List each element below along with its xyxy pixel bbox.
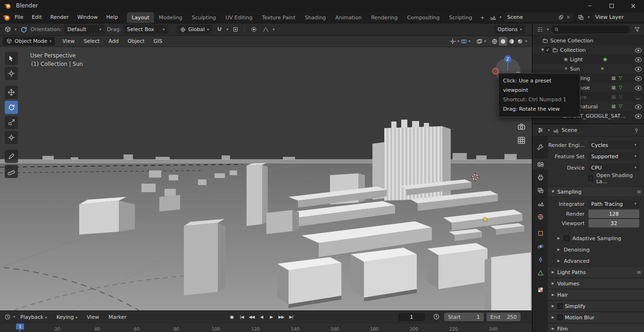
tab-scene-properties[interactable] (533, 198, 548, 209)
menu-help[interactable]: Help (102, 14, 122, 20)
simplify-checkbox[interactable] (557, 303, 563, 309)
shading-wireframe-button[interactable] (490, 37, 499, 46)
tab-texture-paint[interactable]: Texture Paint (257, 12, 300, 23)
timeline-view-menu[interactable]: View (83, 314, 103, 320)
previous-keyframe-button[interactable]: ◀◀ (247, 313, 256, 322)
jump-to-start-button[interactable]: |◀ (237, 313, 246, 322)
snap-magnet-icon[interactable] (215, 25, 224, 34)
collection-checkbox[interactable]: ✓ (545, 47, 551, 53)
tab-sculpting[interactable]: Sculpting (187, 12, 221, 23)
tab-scripting[interactable]: Scripting (444, 12, 477, 23)
shading-material-button[interactable] (507, 37, 516, 46)
falloff-dropdown-arrow[interactable]: ▾ (272, 28, 274, 32)
drag-dropdown[interactable]: Select Box ▾ (124, 25, 168, 34)
timeline-editor-type-icon[interactable] (3, 312, 12, 322)
tab-world-properties[interactable] (533, 211, 548, 222)
orientation-dropdown[interactable]: Default ▾ (64, 25, 105, 34)
render-engine-dropdown[interactable]: Cycles ▾ (588, 141, 639, 149)
proportional-falloff-icon[interactable] (261, 25, 270, 34)
vp-menu-select[interactable]: Select (79, 38, 104, 44)
show-overlays-icon[interactable] (459, 37, 469, 46)
tool-scale[interactable] (5, 116, 18, 129)
browse-scene-icon[interactable] (488, 13, 497, 22)
browse-view-layer-icon[interactable] (576, 13, 586, 22)
viewport-canvas[interactable]: User Perspective (1) Collection | Sun (0, 47, 532, 311)
playhead[interactable]: 1 (16, 324, 24, 330)
preset-list-icon[interactable]: ≡ (637, 189, 641, 195)
playback-menu[interactable]: Playback ▾ (16, 314, 51, 320)
shading-solid-button[interactable] (499, 37, 507, 46)
jump-to-end-button[interactable]: ▶| (287, 313, 296, 322)
frame-start-field[interactable]: Start 1 (444, 313, 484, 321)
mode-dropdown[interactable]: Object Mode ▾ (3, 37, 55, 46)
tool-transform[interactable] (5, 131, 18, 144)
expand-arrow-icon[interactable]: ▼ (540, 48, 545, 52)
proportional-editing-icon[interactable] (249, 25, 258, 34)
editor-type-icon[interactable] (3, 25, 12, 34)
tab-modeling[interactable]: Modeling (154, 12, 187, 23)
unlink-scene-icon[interactable]: × (566, 15, 570, 20)
shading-rendered-button[interactable] (516, 37, 524, 46)
device-dropdown[interactable]: CPU ▾ (588, 163, 639, 172)
integrator-dropdown[interactable]: Path Tracing ▾ (588, 200, 639, 208)
viewport-samples-field[interactable]: 32 (588, 219, 639, 227)
tab-compositing[interactable]: Compositing (403, 12, 445, 23)
options-dropdown[interactable]: Options ▾ (495, 25, 525, 34)
editor-type-arrow[interactable]: ▾ (15, 28, 17, 32)
properties-editor-type-icon[interactable] (536, 126, 545, 135)
blender-menu-icon[interactable] (3, 13, 10, 22)
light-paths-panel-header[interactable]: ▶ Light Paths ≡ (548, 267, 644, 278)
close-button[interactable]: × (622, 0, 644, 11)
hair-panel-header[interactable]: ▶ Hair (548, 289, 644, 300)
tab-texture-properties[interactable] (533, 284, 548, 295)
outliner-row-scene-collection[interactable]: Scene Collection (533, 36, 644, 45)
tool-rotate[interactable] (5, 101, 18, 114)
keying-menu[interactable]: Keying ▾ (52, 314, 82, 320)
sun-lamp-object[interactable] (483, 218, 487, 221)
timeline-ruler[interactable]: 1 20 40 60 80 100 120 140 160 180 200 22… (0, 323, 532, 332)
denoising-subpanel[interactable]: ▶ Denoising (548, 244, 644, 255)
frame-end-field[interactable]: End 250 (487, 313, 520, 321)
tab-render-properties[interactable] (533, 159, 548, 169)
use-preview-range-icon[interactable] (433, 313, 440, 320)
hide-viewport-eye-icon[interactable] (635, 65, 642, 73)
add-workspace-button[interactable]: + (477, 12, 487, 23)
maximize-button[interactable] (601, 0, 622, 11)
tab-layout[interactable]: Layout (127, 12, 154, 23)
xray-dropdown-arrow[interactable]: ▾ (484, 40, 486, 43)
tab-animation[interactable]: Animation (330, 12, 366, 23)
volumes-panel-header[interactable]: ▶ Volumes (548, 278, 644, 289)
tab-physics-properties[interactable] (533, 241, 548, 251)
transform-space-dropdown[interactable]: Global ▾ (177, 25, 212, 34)
preset-list-icon[interactable]: ≡ (637, 269, 641, 275)
sampling-panel-header[interactable]: ▼ Sampling ≡ (548, 186, 644, 197)
motion-blur-checkbox[interactable] (557, 315, 563, 320)
auto-keying-record-button[interactable]: ● (227, 313, 236, 322)
tab-rendering[interactable]: Rendering (366, 12, 402, 23)
adaptive-sampling-subpanel[interactable]: ▶ Adaptive Sampling (548, 233, 644, 244)
hide-viewport-eye-icon[interactable] (635, 113, 642, 120)
tab-view-layer-properties[interactable] (533, 185, 548, 195)
tool-move[interactable] (5, 86, 18, 99)
vp-menu-gis[interactable]: GIS (149, 38, 166, 44)
view-layer-field[interactable]: View Layer × (592, 13, 644, 22)
hide-viewport-eye-icon[interactable] (635, 56, 642, 63)
snap-target-icon[interactable] (231, 25, 240, 34)
scene-name-field[interactable]: Scene × (504, 13, 574, 22)
properties-editor-arrow[interactable]: ▾ (548, 129, 550, 132)
osl-checkbox[interactable] (588, 176, 594, 181)
overlays-dropdown-arrow[interactable]: ▾ (469, 40, 471, 43)
menu-window[interactable]: Window (73, 14, 102, 20)
outliner-row-light[interactable]: ◉ Light ◉ (533, 55, 644, 64)
tab-constraints-properties[interactable] (533, 254, 548, 265)
vp-menu-add[interactable]: Add (104, 38, 123, 44)
tab-object-properties[interactable] (533, 228, 548, 238)
scene-dropdown-arrow[interactable]: ▾ (500, 16, 502, 19)
tool-annotate[interactable] (5, 150, 18, 163)
simplify-panel-header[interactable]: ▶ Simplify (548, 300, 644, 312)
xray-toggle-icon[interactable] (475, 37, 484, 46)
film-panel-header[interactable]: ▶ Film (548, 323, 644, 332)
snap-settings-arrow[interactable]: ▾ (226, 28, 228, 32)
copy-icon[interactable] (558, 15, 564, 20)
tool-measure[interactable] (5, 165, 18, 178)
